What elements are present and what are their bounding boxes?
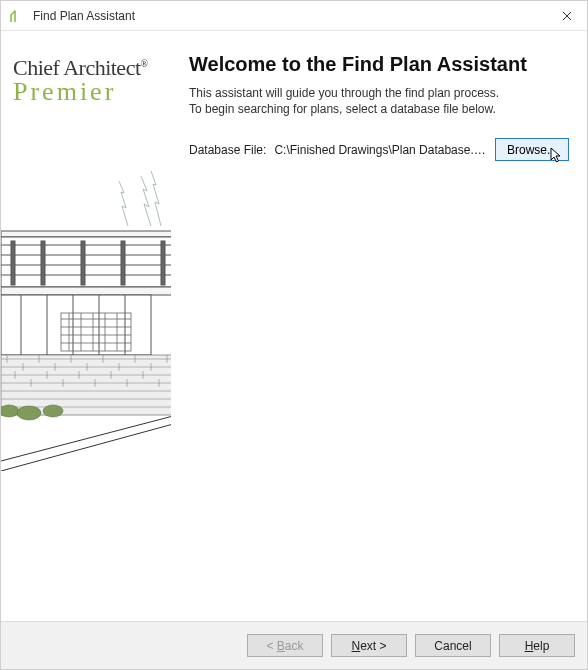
svg-rect-11 — [1, 287, 171, 295]
sidebar: Chief Architect® Premier — [1, 31, 177, 621]
titlebar: Find Plan Assistant — [1, 1, 587, 31]
database-file-path: C:\Finished Drawings\Plan Database.db — [274, 143, 487, 157]
back-button: < Back — [247, 634, 323, 657]
svg-point-19 — [1, 405, 19, 417]
database-file-label: Database File: — [189, 143, 266, 157]
app-icon — [9, 8, 25, 24]
wizard-footer: < Back Next > Cancel Help — [1, 621, 587, 669]
close-button[interactable] — [547, 1, 587, 31]
svg-rect-0 — [1, 231, 171, 237]
cancel-button[interactable]: Cancel — [415, 634, 491, 657]
svg-rect-12 — [1, 295, 151, 355]
svg-rect-6 — [11, 241, 15, 285]
main-panel: Welcome to the Find Plan Assistant This … — [177, 31, 587, 621]
intro-text-2: To begin searching for plans, select a d… — [189, 102, 569, 116]
brand-line-2: Premier — [13, 77, 167, 107]
content-area: Chief Architect® Premier — [1, 31, 587, 621]
help-button[interactable]: Help — [499, 634, 575, 657]
svg-rect-7 — [41, 241, 45, 285]
svg-point-21 — [43, 405, 63, 417]
next-button[interactable]: Next > — [331, 634, 407, 657]
browse-button[interactable]: Browse... — [495, 138, 569, 161]
svg-rect-10 — [161, 241, 165, 285]
intro-text-1: This assistant will guide you through th… — [189, 86, 569, 100]
window-title: Find Plan Assistant — [33, 9, 547, 23]
page-heading: Welcome to the Find Plan Assistant — [189, 53, 569, 76]
database-file-row: Database File: C:\Finished Drawings\Plan… — [189, 138, 569, 161]
svg-rect-8 — [81, 241, 85, 285]
svg-point-20 — [17, 406, 41, 420]
sidebar-illustration — [1, 171, 171, 621]
svg-rect-9 — [121, 241, 125, 285]
